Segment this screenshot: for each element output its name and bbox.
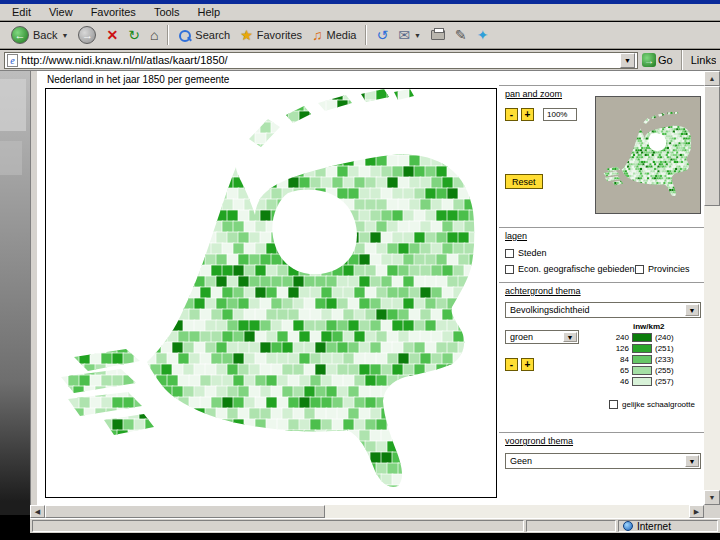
legend-swatch	[632, 333, 652, 342]
legend-swatch	[632, 366, 652, 375]
chevron-down-icon[interactable]: ▼	[563, 332, 577, 342]
back-dropdown-icon[interactable]: ▼	[61, 32, 68, 39]
print-button[interactable]	[426, 28, 450, 42]
links-label[interactable]: Links	[691, 54, 716, 66]
horizontal-scrollbar[interactable]: ◀ ▶	[30, 505, 704, 518]
vertical-scrollbar[interactable]: ▲ ▼	[704, 71, 720, 505]
legend: inw/km2 240 (240) 126 (251) 84 (233)	[607, 322, 702, 386]
scroll-up-icon[interactable]: ▲	[704, 71, 720, 86]
menu-edit[interactable]: Edit	[12, 6, 31, 18]
zone-label: Internet	[637, 521, 671, 532]
toolbar-separator	[365, 25, 367, 45]
forward-button[interactable]: →	[73, 24, 101, 46]
scrollbar-corner	[704, 505, 720, 518]
legend-row: 46 (257)	[607, 377, 702, 386]
netherlands-choropleth-map[interactable]	[46, 89, 496, 496]
background-theme-select[interactable]: Bevolkingsdichtheid ▼	[505, 302, 701, 318]
back-icon: ←	[11, 26, 29, 44]
address-bar: e http://www.nidi.knaw.nl/nl/atlas/kaart…	[0, 50, 720, 71]
media-icon: ♫	[312, 28, 323, 42]
legend-row: 65 (255)	[607, 366, 702, 375]
mail-dropdown-icon[interactable]: ▼	[414, 32, 421, 39]
forward-icon: →	[78, 26, 96, 44]
mail-button[interactable]: ✉ ▼	[393, 26, 426, 44]
legend-row: 126 (251)	[607, 344, 702, 353]
page-content: Nederland in het jaar 1850 per gemeente	[37, 71, 704, 505]
address-separator	[681, 50, 683, 70]
back-button[interactable]: ← Back ▼	[6, 24, 73, 46]
favorites-star-icon: ★	[240, 28, 253, 42]
overview-map[interactable]	[595, 96, 701, 214]
reset-button[interactable]: Reset	[505, 174, 543, 189]
provincies-checkbox[interactable]	[635, 265, 644, 274]
zoom-out-button[interactable]: -	[505, 108, 518, 121]
control-panel: pan and zoom - + 100% Reset lagen Steden…	[499, 85, 704, 498]
media-button[interactable]: ♫ Media	[307, 26, 361, 44]
palette-select[interactable]: groen ▼	[505, 330, 579, 344]
horizontal-scroll-thumb[interactable]	[45, 505, 325, 518]
equal-scale-checkbox[interactable]	[609, 400, 618, 409]
zoom-in-button[interactable]: +	[521, 108, 534, 121]
menu-tools[interactable]: Tools	[154, 6, 180, 18]
home-button[interactable]: ⌂	[145, 26, 163, 44]
palette-value: groen	[510, 332, 533, 342]
search-button[interactable]: Search	[173, 27, 235, 44]
stop-button[interactable]: ✕	[101, 26, 123, 44]
chevron-down-icon[interactable]: ▼	[685, 304, 699, 316]
layer-provincies-row: Provincies	[635, 264, 690, 274]
foreground-theme-select[interactable]: Geen ▼	[505, 453, 701, 469]
classes-plus-button[interactable]: +	[521, 358, 534, 371]
econ-gebieden-checkbox[interactable]	[505, 265, 514, 274]
go-label: Go	[658, 54, 673, 66]
stop-icon: ✕	[106, 28, 118, 42]
chevron-down-icon[interactable]: ▼	[685, 455, 699, 467]
provincies-label: Provincies	[648, 264, 690, 274]
address-dropdown-icon[interactable]: ▼	[620, 53, 635, 68]
go-arrow-icon: →	[642, 53, 656, 67]
internet-zone-icon	[623, 521, 633, 531]
foreground-theme-value: Geen	[510, 456, 532, 466]
address-input[interactable]: e http://www.nidi.knaw.nl/nl/atlas/kaart…	[4, 52, 638, 69]
steden-checkbox[interactable]	[505, 249, 514, 258]
menu-help[interactable]: Help	[198, 6, 221, 18]
edit-pencil-icon: ✎	[455, 28, 467, 42]
scroll-down-icon[interactable]: ▼	[704, 490, 720, 505]
econ-gebieden-label: Econ. geografische gebieden	[518, 264, 635, 274]
content-frame	[30, 71, 37, 505]
go-button[interactable]: → Go	[642, 53, 673, 67]
classes-minus-button[interactable]: -	[505, 358, 518, 371]
home-icon: ⌂	[150, 28, 158, 42]
pan-zoom-header: pan and zoom	[505, 89, 562, 99]
legend-swatch	[632, 355, 652, 364]
search-icon	[178, 29, 191, 42]
media-label: Media	[327, 29, 357, 41]
history-button[interactable]: ↺	[371, 26, 393, 44]
legend-unit: inw/km2	[633, 322, 702, 331]
legend-swatch	[632, 344, 652, 353]
toolbar: ← Back ▼ → ✕ ↻ ⌂ Search ★ Favorites ♫ Me…	[0, 22, 720, 49]
status-message-pane	[32, 520, 524, 532]
background-window-strip	[0, 71, 30, 515]
scroll-right-icon[interactable]: ▶	[689, 505, 704, 518]
history-icon: ↺	[376, 28, 388, 42]
layer-steden-row: Steden	[505, 248, 547, 258]
security-zone-pane: Internet	[618, 520, 718, 532]
page-favicon-icon: e	[7, 54, 18, 67]
status-progress-pane	[526, 520, 616, 532]
foreground-theme-header: voorgrond thema	[505, 436, 573, 446]
vertical-scroll-thumb[interactable]	[704, 86, 720, 206]
messenger-button[interactable]: ✦	[472, 26, 494, 44]
menu-favorites[interactable]: Favorites	[91, 6, 136, 18]
address-url[interactable]: http://www.nidi.knaw.nl/nl/atlas/kaart/1…	[21, 54, 228, 66]
scroll-left-icon[interactable]: ◀	[30, 505, 45, 518]
search-label: Search	[195, 29, 230, 41]
layers-header: lagen	[505, 231, 527, 241]
background-theme-header: achtergrond thema	[505, 286, 581, 296]
menu-view[interactable]: View	[49, 6, 73, 18]
refresh-button[interactable]: ↻	[123, 26, 145, 44]
status-bar: Internet	[30, 518, 720, 533]
zoom-level-value[interactable]: 100%	[543, 108, 577, 121]
edit-button[interactable]: ✎	[450, 26, 472, 44]
screen: Edit View Favorites Tools Help ← Back ▼ …	[0, 0, 720, 540]
favorites-button[interactable]: ★ Favorites	[235, 26, 307, 44]
